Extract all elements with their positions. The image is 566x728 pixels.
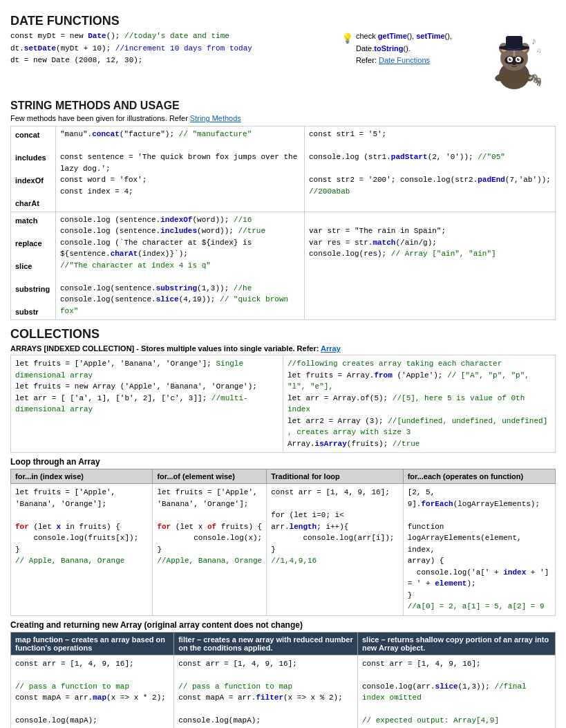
table-row: concatincludesindexOfcharAt "manu".conca… [11,127,556,212]
date-code-left: const myDt = new Date(); //today's date … [10,30,334,67]
mfs-table: map function – creates an array based on… [10,632,556,729]
svg-rect-18 [506,36,522,48]
svg-point-14 [512,62,516,65]
table-row: matchreplaceslicesubstringsubstr console… [11,212,556,320]
arrays-intro-table: let fruits = ['Apple', 'Banana', 'Orange… [10,355,556,453]
table-header-row: for...in (index wise) for...of (element … [11,469,556,484]
table-row: let fruits = ['Apple', 'Banana', 'Orange… [11,484,556,616]
loop-table: for...in (index wise) for...of (element … [10,469,556,616]
collections-section: COLLECTIONS ARRAYS [INDEXED COLLECTION] … [10,327,556,728]
loop-heading: Loop through an Array [10,457,556,467]
collections-title: COLLECTIONS [10,327,556,342]
creating-heading: Creating and returning new Array (origin… [10,620,556,630]
array-link[interactable]: Array [321,344,341,353]
table-header-row: map function – creates an array based on… [11,632,556,655]
bulb-icon: 💡 [341,30,353,46]
mascot-area: ♪ ♫ [473,30,556,93]
date-functions-section: DATE FUNCTIONS const myDt = new Date(); … [10,14,556,93]
arrays-heading: ARRAYS [INDEXED COLLECTION] - Stores mul… [10,344,556,353]
date-functions-link[interactable]: Date Functions [379,56,430,64]
date-line2: dt.setDate(myDt + 10); //increment 10 da… [10,44,252,53]
table-row: let fruits = ['Apple', 'Banana', 'Orange… [11,355,556,453]
svg-point-13 [518,58,520,59]
date-line1: const myDt = new Date(); //today's date … [10,32,229,40]
table-row: const arr = [1, 4, 9, 16]; // pass a fun… [11,655,556,728]
string-methods-link[interactable]: String Methods [190,114,241,122]
svg-text:♪: ♪ [531,35,536,46]
date-line3: dt = new Date (2008, 12, 30); [10,56,142,64]
svg-text:♫: ♫ [536,46,542,54]
date-functions-title: DATE FUNCTIONS [10,14,556,28]
date-middle: 💡 check getTime(), setTime(), Date.toStr… [334,30,473,67]
raccoon-mascot: ♪ ♫ [480,30,549,93]
string-methods-table: concatincludesindexOfcharAt "manu".conca… [10,126,556,320]
string-methods-title: STRING METHODS AND USAGE [10,100,556,112]
svg-point-12 [510,58,511,59]
string-methods-section: STRING METHODS AND USAGE Few methods hav… [10,100,556,320]
